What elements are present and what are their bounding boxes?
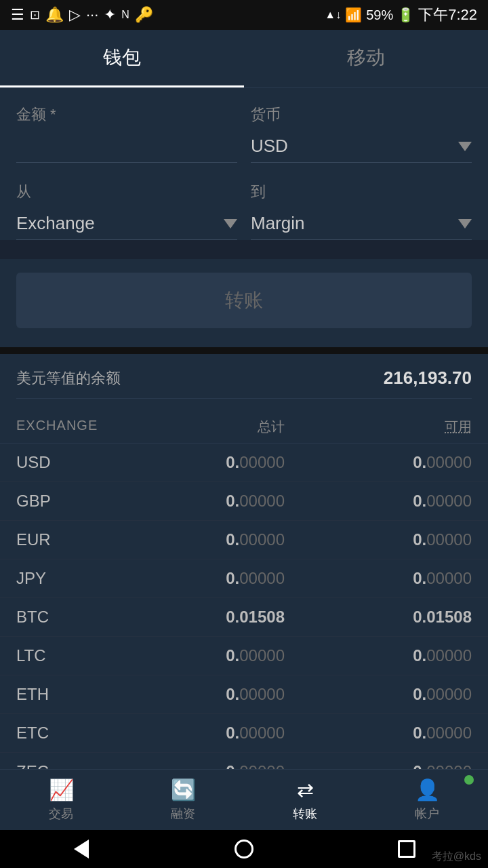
coin-total: 0.00000: [176, 646, 285, 665]
coin-name: ETC: [16, 724, 98, 743]
coin-total: 0.00000: [176, 685, 285, 704]
coin-total: 0.00000: [176, 724, 285, 743]
account-dot-indicator: [464, 775, 474, 785]
amount-input[interactable]: [16, 130, 237, 163]
table-row: ETH 0.00000 0.00000: [0, 675, 488, 714]
nav-item-trade[interactable]: 📈 交易: [0, 770, 122, 830]
nav-item-transfer[interactable]: ⇄ 转账: [244, 770, 366, 830]
coin-available: 0.00000: [363, 724, 472, 743]
balance-value: 216,193.70: [384, 368, 472, 389]
currency-select[interactable]: USD: [251, 130, 472, 163]
nav-transfer-label: 转账: [293, 806, 317, 822]
recents-button[interactable]: [393, 835, 420, 863]
menu-icon: ☰: [11, 6, 24, 24]
from-value: Exchange: [16, 213, 95, 234]
trade-icon: 📈: [49, 778, 74, 802]
amount-field: 金额 *: [16, 104, 237, 163]
balance-label: 美元等值的余额: [16, 368, 121, 389]
coin-name: GBP: [16, 492, 98, 511]
coin-name: EUR: [16, 530, 98, 549]
watermark: 考拉@kds: [432, 850, 481, 864]
from-field: 从 Exchange: [16, 182, 237, 240]
transfer-button[interactable]: 转账: [16, 273, 472, 328]
tab-wallet[interactable]: 钱包: [0, 30, 244, 87]
currency-chevron-icon: [458, 142, 472, 151]
coin-total: 0.00000: [176, 492, 285, 511]
coin-name: JPY: [16, 569, 98, 588]
send-icon: ▷: [69, 6, 81, 24]
tab-move[interactable]: 移动: [244, 30, 488, 87]
table-row: BTC 0.01508 0.01508: [0, 598, 488, 637]
table-row: ETC 0.00000 0.00000: [0, 714, 488, 753]
account-icon: 👤: [415, 778, 440, 801]
to-chevron-icon: [458, 219, 472, 229]
coin-total: 0.00000: [176, 453, 285, 472]
battery-icon: 🔋: [397, 7, 414, 23]
signal-bars-icon: 📶: [345, 7, 362, 23]
battery-text: 59%: [366, 7, 393, 23]
bottom-nav: 📈 交易 🔄 融资 ⇄ 转账 👤 帐户: [0, 769, 488, 830]
nav-item-account[interactable]: 👤 帐户: [366, 770, 488, 830]
from-label: 从: [16, 182, 237, 202]
status-icons-right: ▲↓ 📶 59% 🔋 下午7:22: [325, 5, 477, 25]
nav-item-finance[interactable]: 🔄 融资: [122, 770, 244, 830]
bluetooth-icon: ✦: [104, 6, 116, 24]
coin-available: 0.00000: [363, 569, 472, 588]
coin-available: 0.00000: [363, 530, 472, 549]
s-icon: ⊡: [30, 7, 40, 22]
coin-total: 0.00000: [176, 530, 285, 549]
col-available-label: 可用: [377, 418, 472, 436]
system-bar: 考拉@kds: [0, 830, 488, 868]
key-icon: 🔑: [135, 6, 153, 24]
table-row: USD 0.00000 0.00000: [0, 443, 488, 482]
status-icons-left: ☰ ⊡ 🔔 ▷ ··· ✦ N 🔑: [11, 6, 153, 24]
back-icon: [74, 840, 89, 859]
coin-name: USD: [16, 453, 98, 472]
from-select[interactable]: Exchange: [16, 208, 237, 240]
coin-available: 0.00000: [363, 646, 472, 665]
from-to-row: 从 Exchange 到 Margin: [16, 182, 472, 240]
status-bar: ☰ ⊡ 🔔 ▷ ··· ✦ N 🔑 ▲↓ 📶 59% 🔋 下午7:22: [0, 0, 488, 30]
bell-icon: 🔔: [45, 6, 64, 24]
coin-available: 0.00000: [363, 492, 472, 511]
table-row: JPY 0.00000 0.00000: [0, 559, 488, 598]
nfc-icon: N: [121, 9, 129, 21]
transfer-icon: ⇄: [297, 778, 314, 802]
to-select[interactable]: Margin: [251, 208, 472, 240]
coin-available: 0.00000: [363, 685, 472, 704]
currency-field: 货币 USD: [251, 104, 472, 163]
time-display: 下午7:22: [418, 5, 477, 25]
coin-name: LTC: [16, 646, 98, 665]
nav-trade-label: 交易: [49, 806, 73, 822]
coin-total: 0.01508: [176, 608, 285, 627]
finance-icon: 🔄: [171, 778, 196, 802]
balance-row: 美元等值的余额 216,193.70: [16, 368, 472, 399]
back-button[interactable]: [68, 835, 95, 863]
coin-name: BTC: [16, 608, 98, 627]
transfer-form: 金额 * 货币 USD 从 Exchange 到 Margin: [0, 88, 488, 240]
coin-available: 0.00000: [363, 453, 472, 472]
table-row: LTC 0.00000 0.00000: [0, 637, 488, 675]
nav-finance-label: 融资: [171, 806, 195, 822]
coin-name: ETH: [16, 685, 98, 704]
transfer-btn-row: 转账: [0, 259, 488, 347]
balance-section: 美元等值的余额 216,193.70: [0, 354, 488, 406]
amount-label: 金额 *: [16, 104, 237, 125]
top-tab-bar: 钱包 移动: [0, 30, 488, 88]
dots-icon: ···: [86, 6, 98, 24]
from-chevron-icon: [224, 219, 237, 229]
signal-icon: ▲↓: [325, 9, 341, 21]
table-row: GBP 0.00000 0.00000: [0, 482, 488, 521]
home-icon: [235, 840, 253, 859]
to-value: Margin: [251, 213, 304, 234]
to-field: 到 Margin: [251, 182, 472, 240]
currency-value: USD: [251, 136, 288, 157]
to-label: 到: [251, 182, 472, 202]
exchange-section-label: EXCHANGE: [16, 418, 98, 436]
coin-total: 0.00000: [176, 569, 285, 588]
section-divider: [0, 347, 488, 354]
currency-label: 货币: [251, 104, 472, 125]
recents-icon: [398, 840, 415, 858]
col-total-label: 总计: [190, 418, 285, 436]
home-button[interactable]: [230, 835, 258, 863]
